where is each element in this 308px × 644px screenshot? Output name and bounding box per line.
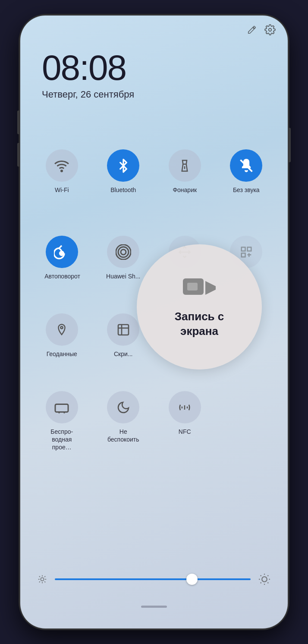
tile-geodata[interactable]: Геоданные <box>33 313 91 358</box>
tile-huawei-share[interactable]: Huawei Sh... <box>95 236 152 280</box>
svg-line-24 <box>39 576 40 577</box>
brightness-max-icon <box>258 573 270 585</box>
quick-tiles-row4: Беспро-водная прое… Не беспокоить <box>33 391 275 451</box>
svg-point-14 <box>61 326 63 328</box>
tile-autorotate[interactable]: Автоповорот <box>33 236 91 280</box>
nfc-label: NFC <box>179 428 191 436</box>
settings-icon[interactable] <box>264 24 276 35</box>
tile-r4c4 <box>218 391 275 451</box>
home-indicator[interactable] <box>141 606 167 608</box>
svg-point-30 <box>262 577 267 582</box>
time-section: 08:08 Четверг, 26 сентября <box>42 50 134 100</box>
svg-line-28 <box>39 581 40 582</box>
svg-point-5 <box>121 249 126 255</box>
brightness-track[interactable] <box>55 578 251 580</box>
autorotate-icon-bg <box>46 236 78 268</box>
volume-down-button[interactable] <box>17 143 20 167</box>
autorotate-label: Автоповорот <box>44 272 79 280</box>
tile-wifi[interactable]: Wi-Fi <box>33 149 91 194</box>
tile-nfc[interactable]: NFC <box>156 391 214 451</box>
wifi-label: Wi-Fi <box>55 186 69 194</box>
screen-record-label: Запись сэкрана <box>175 309 224 339</box>
time-display: 08:08 <box>42 50 134 85</box>
svg-point-1 <box>61 170 63 171</box>
dnd-icon-bg <box>107 391 139 423</box>
tile-silent[interactable]: Без звука <box>218 149 275 194</box>
silent-icon-bg <box>230 149 262 182</box>
silent-label: Без звука <box>233 186 260 194</box>
date-display: Четверг, 26 сентября <box>42 89 134 100</box>
wireless-proj-label: Беспро-водная прое… <box>44 428 79 451</box>
huawei-share-icon-bg <box>107 236 139 268</box>
svg-rect-9 <box>242 247 245 251</box>
svg-rect-16 <box>55 404 68 412</box>
phone-frame: 08:08 Четверг, 26 сентября Wi-Fi <box>20 16 288 628</box>
volume-up-button[interactable] <box>17 110 20 134</box>
quick-tiles-row1: Wi-Fi Bluetooth <box>33 149 275 194</box>
screen-record-popup[interactable]: Запись сэкрана <box>137 244 262 369</box>
edit-icon[interactable] <box>247 25 257 35</box>
power-button[interactable] <box>288 128 291 162</box>
svg-line-29 <box>44 576 45 577</box>
svg-line-33 <box>261 575 261 576</box>
wireless-proj-icon-bg <box>46 391 78 423</box>
status-bar <box>20 16 288 37</box>
video-camera-icon <box>182 275 217 301</box>
brightness-bar <box>38 573 270 585</box>
phone-screen: 08:08 Четверг, 26 сентября Wi-Fi <box>20 16 288 628</box>
svg-point-6 <box>118 247 129 257</box>
tile-do-not-disturb[interactable]: Не беспокоить <box>95 391 152 451</box>
tile-flashlight[interactable]: Фонарик <box>156 149 214 194</box>
geodata-icon-bg <box>46 313 78 346</box>
bluetooth-label: Bluetooth <box>110 186 136 194</box>
dnd-label: Не беспокоить <box>106 428 141 443</box>
screenshot-icon-bg <box>107 313 139 346</box>
tile-wireless-proj[interactable]: Беспро-водная прое… <box>33 391 91 451</box>
huawei-share-label: Huawei Sh... <box>106 272 140 280</box>
svg-line-25 <box>44 581 45 582</box>
svg-line-34 <box>267 582 268 583</box>
bluetooth-icon-bg <box>107 149 139 182</box>
svg-point-4 <box>60 251 64 255</box>
svg-point-0 <box>269 28 272 31</box>
svg-rect-20 <box>187 283 198 290</box>
svg-point-21 <box>41 578 44 581</box>
svg-line-37 <box>261 582 261 583</box>
flashlight-icon-bg <box>169 149 201 182</box>
svg-line-38 <box>267 575 268 576</box>
tile-bluetooth[interactable]: Bluetooth <box>95 149 152 194</box>
screenshot-label: Скри... <box>114 350 133 358</box>
brightness-thumb[interactable] <box>186 574 198 585</box>
brightness-min-icon <box>38 575 47 584</box>
wifi-icon-bg <box>46 149 78 182</box>
geodata-label: Геоданные <box>47 350 77 358</box>
svg-rect-15 <box>118 325 129 335</box>
svg-rect-10 <box>247 247 251 251</box>
screen-record-icon-container <box>182 275 217 301</box>
flashlight-label: Фонарик <box>173 186 197 194</box>
svg-rect-11 <box>242 253 245 257</box>
nfc-icon-bg <box>169 391 201 423</box>
svg-marker-19 <box>205 281 216 295</box>
